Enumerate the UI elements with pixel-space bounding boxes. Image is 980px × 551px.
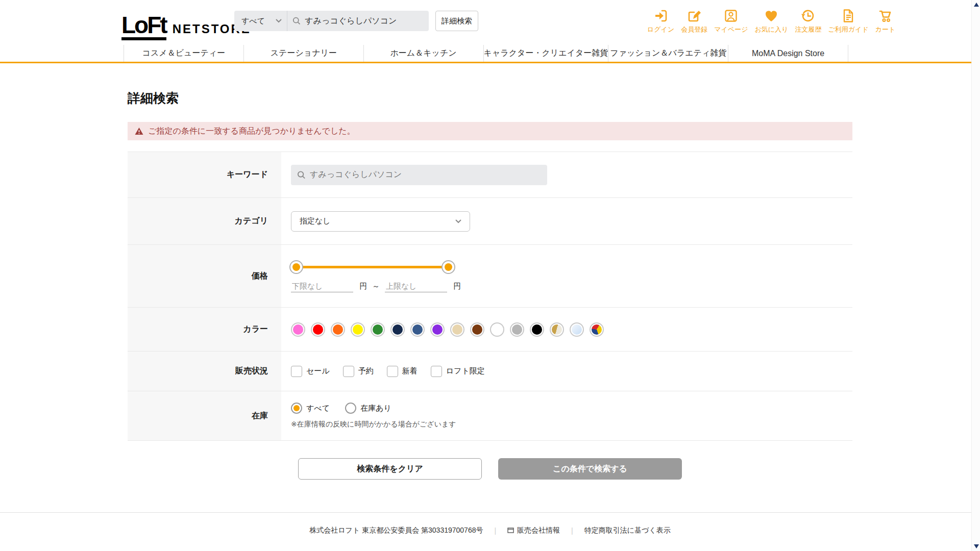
scrollbar[interactable] xyxy=(971,0,980,551)
price-row: 価格 円 ～ 円 xyxy=(128,245,852,308)
checkbox-loft-exclusive-label: ロフト限定 xyxy=(446,366,485,376)
price-slider-max-handle[interactable] xyxy=(442,260,455,274)
color-swatch-green[interactable] xyxy=(371,322,385,337)
radio-in-stock[interactable]: 在庫あり xyxy=(345,403,391,414)
keyword-field-wrap xyxy=(291,165,547,185)
advanced-search-button[interactable]: 詳細検索 xyxy=(435,11,478,31)
checkbox-preorder[interactable]: 予約 xyxy=(343,366,374,377)
color-swatch-purple[interactable] xyxy=(430,322,445,337)
category-select[interactable]: 指定なし xyxy=(291,211,470,232)
checkbox-loft-exclusive-box[interactable] xyxy=(431,366,442,377)
footer-divider: | xyxy=(571,527,573,535)
loft-logo[interactable]: LoFt NETSTORE xyxy=(121,13,251,40)
form-actions: 検索条件をクリア この条件で検索する xyxy=(128,458,852,480)
checkbox-new[interactable]: 新着 xyxy=(387,366,418,377)
keyword-input[interactable] xyxy=(310,170,541,180)
color-swatch-clear[interactable] xyxy=(570,322,584,337)
color-swatch-gold[interactable] xyxy=(550,322,564,337)
footer-link-seller-info[interactable]: 販売会社情報 xyxy=(507,526,560,535)
favorites-link[interactable]: お気に入り xyxy=(754,8,788,34)
color-swatch-beige[interactable] xyxy=(450,322,464,337)
price-label: 価格 xyxy=(128,245,281,307)
cart-link[interactable]: カート xyxy=(875,8,896,34)
footer: 株式会社ロフト 東京都公安委員会 第303319700768号 | 販売会社情報… xyxy=(0,512,980,548)
chevron-down-icon xyxy=(455,219,461,223)
warning-icon xyxy=(135,127,143,135)
footer-divider: | xyxy=(494,527,496,535)
color-swatch-black[interactable] xyxy=(530,322,544,337)
color-swatch-orange[interactable] xyxy=(331,322,345,337)
footer-link-seller-info-label: 販売会社情報 xyxy=(517,526,560,535)
color-swatch-navy[interactable] xyxy=(390,322,405,337)
nav-item-home-kitchen[interactable]: ホーム＆キッチン xyxy=(363,45,483,62)
nav-item-stationery[interactable]: ステーショナリー xyxy=(243,45,363,62)
color-row: カラー xyxy=(128,308,852,352)
search-icon xyxy=(292,16,301,26)
cart-label: カート xyxy=(875,25,896,34)
checkbox-preorder-box[interactable] xyxy=(343,366,354,377)
mypage-link[interactable]: マイページ xyxy=(714,8,748,34)
price-max-input[interactable] xyxy=(385,280,447,292)
stock-note: ※在庫情報の反映に時間がかかる場合がございます xyxy=(291,420,456,429)
sale-status-row: 販売状況 セール 予約 新着 xyxy=(128,352,852,391)
price-unit-max: 円 xyxy=(453,282,461,291)
price-min-input[interactable] xyxy=(291,280,353,292)
checkbox-sale[interactable]: セール xyxy=(291,366,330,377)
color-swatch-multicolor[interactable] xyxy=(590,322,604,337)
advanced-search-label: 詳細検索 xyxy=(442,16,472,26)
search-category-select[interactable]: すべて xyxy=(234,11,287,31)
main-nav: コスメ＆ビューティー ステーショナリー ホーム＆キッチン キャラクター・クリエイ… xyxy=(124,45,848,62)
guide-label: ご利用ガイド xyxy=(828,25,868,34)
color-swatch-white[interactable] xyxy=(490,322,504,337)
nav-item-cosmetics[interactable]: コスメ＆ビューティー xyxy=(124,45,243,62)
nav-item-fashion-variety[interactable]: ファッション＆バラエティ雑貨 xyxy=(608,45,728,62)
error-message: ご指定の条件に一致する商品が見つかりませんでした。 xyxy=(148,126,355,137)
price-slider-min-handle[interactable] xyxy=(289,260,303,274)
category-value: 指定なし xyxy=(300,216,331,226)
order-history-label: 注文履歴 xyxy=(795,25,821,34)
stock-row: 在庫 すべて 在庫あり ※在庫情報の反映に時間がかかる場合がございます xyxy=(128,391,852,441)
color-label: カラー xyxy=(128,308,281,351)
mypage-icon xyxy=(723,8,739,23)
footer-link-transactions-law-label: 特定商取引法に基づく表示 xyxy=(584,526,671,535)
radio-in-stock-circle[interactable] xyxy=(345,403,356,414)
radio-stock-all-circle[interactable] xyxy=(291,403,302,414)
cart-icon xyxy=(877,8,893,23)
color-swatch-pink[interactable] xyxy=(291,322,305,337)
nav-item-moma[interactable]: MoMA Design Store xyxy=(728,45,848,62)
error-banner: ご指定の条件に一致する商品が見つかりませんでした。 xyxy=(128,122,852,140)
search-form: キーワード カテゴリ 指定なし xyxy=(128,152,852,441)
radio-in-stock-label: 在庫あり xyxy=(360,404,391,413)
color-swatch-red[interactable] xyxy=(311,322,325,337)
color-swatch-blue[interactable] xyxy=(410,322,425,337)
checkbox-sale-label: セール xyxy=(306,366,330,376)
window-icon xyxy=(507,527,514,534)
search-with-conditions-button[interactable]: この条件で検索する xyxy=(498,458,682,480)
scrollbar-down-arrow[interactable] xyxy=(974,544,979,548)
clear-conditions-button[interactable]: 検索条件をクリア xyxy=(298,458,482,480)
guide-link[interactable]: ご利用ガイド xyxy=(828,8,868,34)
price-slider-track[interactable] xyxy=(295,266,448,268)
history-icon xyxy=(800,8,816,23)
footer-link-transactions-law[interactable]: 特定商取引法に基づく表示 xyxy=(584,526,671,535)
login-label: ログイン xyxy=(647,25,674,34)
order-history-link[interactable]: 注文履歴 xyxy=(795,8,821,34)
header-search-group: すべて xyxy=(234,11,429,31)
checkbox-loft-exclusive[interactable]: ロフト限定 xyxy=(431,366,485,377)
color-swatch-gray[interactable] xyxy=(510,322,524,337)
login-link[interactable]: ログイン xyxy=(647,8,674,34)
checkbox-new-box[interactable] xyxy=(387,366,398,377)
register-link[interactable]: 会員登録 xyxy=(681,8,707,34)
logo-loft-text: LoFt xyxy=(121,13,166,40)
nav-item-character-goods[interactable]: キャラクター・クリエイター雑貨 xyxy=(483,45,608,62)
color-swatch-brown[interactable] xyxy=(470,322,484,337)
color-swatch-yellow[interactable] xyxy=(351,322,365,337)
main-content: 詳細検索 ご指定の条件に一致する商品が見つかりませんでした。 キーワード xyxy=(128,90,852,480)
checkbox-sale-box[interactable] xyxy=(291,366,302,377)
header-search-input[interactable] xyxy=(305,16,424,26)
checkbox-new-label: 新着 xyxy=(402,366,418,376)
radio-stock-all[interactable]: すべて xyxy=(291,403,330,414)
chevron-down-icon xyxy=(276,19,282,23)
scrollbar-up-arrow[interactable] xyxy=(974,3,979,7)
price-unit-min: 円 xyxy=(359,282,367,291)
